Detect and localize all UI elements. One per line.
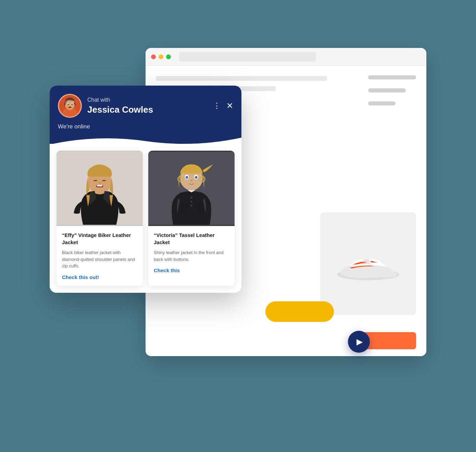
svg-point-29 (196, 177, 197, 178)
window-close-dot[interactable] (151, 54, 156, 59)
send-icon: ▶ (356, 337, 363, 347)
chat-subtitle: Chat with (87, 97, 208, 103)
product-card-2: “Victoria” Tassel Leather Jacket Shiny l… (148, 151, 235, 286)
product-cta-1[interactable]: Check this out! (62, 274, 99, 280)
svg-point-34 (190, 204, 192, 206)
svg-point-28 (187, 177, 188, 178)
sneaker-illustration (334, 241, 402, 286)
scrollbar-2[interactable] (368, 88, 406, 92)
browser-titlebar (146, 48, 426, 66)
jacket-model-1 (57, 151, 143, 226)
chat-bottom-padding (50, 286, 241, 293)
product-image-sneaker (320, 212, 416, 315)
more-options-icon[interactable]: ⋮ (213, 101, 221, 110)
window-minimize-dot[interactable] (159, 54, 163, 59)
agent-name-area: Chat with Jessica Cowles (87, 97, 208, 115)
agent-name: Jessica Cowles (87, 104, 208, 115)
product-card-1: “Effy” Vintage Biker Leather Jacket Blac… (57, 151, 143, 286)
address-bar[interactable] (179, 52, 316, 62)
svg-point-9 (68, 104, 69, 105)
agent-avatar (58, 94, 82, 118)
scrollbar-3[interactable] (368, 101, 396, 105)
product-cards-container: “Effy” Vintage Biker Leather Jacket Blac… (50, 144, 241, 286)
jacket-model-2 (148, 151, 235, 226)
product-desc-1: Black biker leather jacket with diamond-… (62, 249, 137, 269)
product-desc-2: Shiny leather jacket in the front and ba… (154, 249, 229, 263)
browser-scrollbars (368, 75, 416, 105)
close-chat-icon[interactable]: ✕ (226, 101, 233, 111)
svg-point-10 (72, 104, 73, 105)
scrollbar-1[interactable] (368, 75, 416, 79)
avatar-illustration (59, 94, 81, 118)
chat-header-actions: ⋮ ✕ (213, 101, 233, 111)
svg-point-33 (190, 201, 192, 203)
svg-rect-11 (68, 107, 71, 108)
product-title-1: “Effy” Vintage Biker Leather Jacket (62, 231, 137, 246)
content-line-1 (156, 76, 327, 81)
product-title-2: “Victoria” Tassel Leather Jacket (154, 231, 229, 246)
online-status: We're online (58, 123, 233, 130)
svg-point-32 (190, 197, 192, 199)
product-cta-2[interactable]: Check this (154, 267, 180, 273)
yellow-button[interactable] (265, 301, 334, 322)
window-maximize-dot[interactable] (166, 54, 171, 59)
send-button[interactable]: ▶ (348, 331, 370, 353)
chat-widget: Chat with Jessica Cowles ⋮ ✕ We're onlin… (50, 86, 241, 293)
svg-rect-15 (97, 185, 102, 186)
product-body-2: “Victoria” Tassel Leather Jacket Shiny l… (148, 226, 235, 279)
header-wave (50, 134, 241, 145)
product-body-1: “Effy” Vintage Biker Leather Jacket Blac… (57, 226, 143, 286)
product-image-2 (148, 151, 235, 226)
chat-header: Chat with Jessica Cowles ⋮ ✕ We're onlin… (50, 86, 241, 144)
product-image-1 (57, 151, 143, 226)
